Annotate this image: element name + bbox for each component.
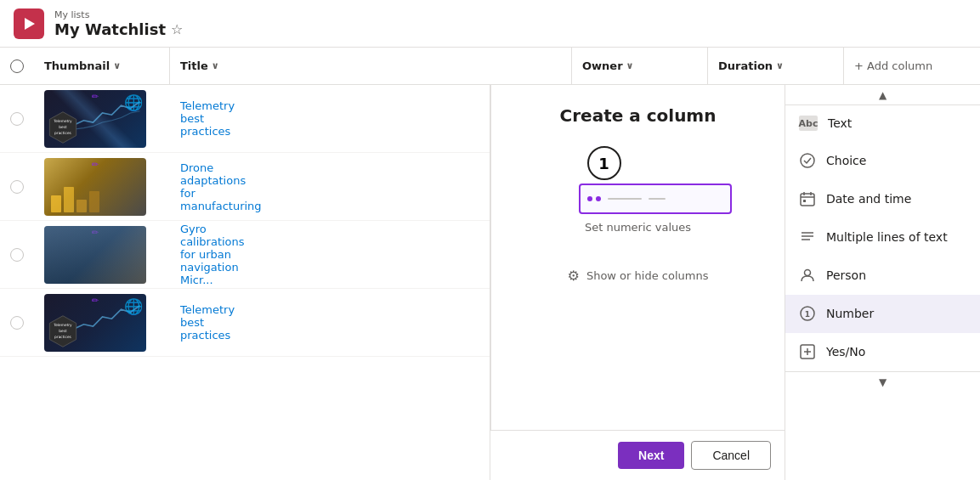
col-header-duration[interactable]: Duration ∨ (708, 48, 844, 84)
row-title-1[interactable]: Telemetry best practices (170, 99, 245, 138)
hex-overlay-1: Telemetry best practices (48, 110, 78, 144)
table-row: ✏ Telemetry best practices 🌐 (0, 85, 490, 153)
owner-sort-icon: ∨ (626, 60, 634, 71)
next-button[interactable]: Next (618, 442, 684, 469)
svg-text:practices: practices (54, 130, 72, 134)
column-type-datetime[interactable]: Date and time (785, 180, 980, 218)
number-input-visual (579, 184, 732, 214)
column-type-list: ▲ Abc Text Choice (785, 85, 980, 480)
table-row: ✏ Gyro calibrations for urban navigation… (0, 221, 490, 289)
row-checkbox-1[interactable] (0, 112, 34, 126)
scroll-down-icon: ▼ (879, 376, 887, 388)
main-content: Thumbnail ∨ Title ∨ Owner ∨ Duration ∨ +… (0, 48, 980, 480)
show-hide-columns-button[interactable]: ⚙ Show or hide columns (568, 268, 709, 284)
number-circle-preview: 1 (587, 146, 621, 180)
col-header-owner[interactable]: Owner ∨ (572, 48, 708, 84)
thumbnail-image-1: ✏ Telemetry best practices 🌐 (44, 90, 146, 148)
svg-point-18 (805, 270, 811, 276)
duration-sort-icon: ∨ (776, 60, 784, 71)
column-type-multiline[interactable]: Multiple lines of text (785, 218, 980, 257)
gear-icon: ⚙ (568, 268, 580, 284)
input-dash-2 (649, 198, 666, 200)
table-header: Thumbnail ∨ Title ∨ Owner ∨ Duration ∨ +… (0, 48, 980, 85)
app-main-title: My Watchlist (54, 20, 166, 38)
table-row: ✏ Telemetry best practices 🌐 Teleme (0, 289, 490, 357)
row-title-4[interactable]: Telemetry best practices (170, 303, 245, 342)
select-all-checkbox[interactable] (0, 59, 34, 73)
svg-text:1: 1 (805, 310, 810, 319)
person-type-icon (799, 267, 816, 284)
choice-type-icon (799, 152, 816, 169)
svg-point-9 (801, 154, 814, 167)
play-icon (20, 15, 37, 32)
svg-marker-0 (25, 18, 35, 30)
table-rows: ✏ Telemetry best practices 🌐 (0, 85, 490, 480)
create-column-title: Create a column (560, 105, 717, 126)
thumbnail-image-3: ✏ (44, 226, 146, 284)
app-logo (14, 8, 44, 39)
svg-text:practices: practices (54, 334, 72, 338)
column-type-choice[interactable]: Choice (785, 142, 980, 180)
row-checkbox-3[interactable] (0, 248, 34, 262)
number-type-icon: 1 (799, 305, 816, 322)
thumbnail-sort-icon: ∨ (113, 60, 121, 71)
input-dot-2 (596, 196, 601, 201)
column-type-text[interactable]: Abc Text (785, 105, 980, 142)
my-lists-label: My lists (54, 9, 183, 20)
thumbnail-image-2: ✏ (44, 158, 146, 216)
row-title-3[interactable]: Gyro calibrations for urban navigation M… (170, 223, 255, 286)
edit-indicator-2: ✏ (92, 160, 99, 169)
globe-icon-4: 🌐 (124, 297, 143, 315)
panel-footer: Next Cancel (490, 430, 785, 480)
row-thumbnail-3: ✏ (34, 219, 170, 291)
row-thumbnail-2: ✏ (34, 151, 170, 223)
hex-overlay-4: Telemetry best practices (48, 314, 78, 348)
cancel-button[interactable]: Cancel (691, 441, 771, 470)
add-column-button[interactable]: + Add column (844, 48, 980, 84)
yesno-type-icon (799, 343, 816, 360)
svg-text:best: best (59, 328, 67, 332)
input-dot-line (587, 196, 601, 201)
numeric-visual: 1 Se (553, 146, 723, 234)
input-dash (608, 198, 642, 200)
favorite-icon[interactable]: ☆ (171, 21, 183, 37)
app-header: My lists My Watchlist ☆ (0, 0, 980, 48)
col-header-thumbnail[interactable]: Thumbnail ∨ (34, 48, 170, 84)
row-thumbnail-4: ✏ Telemetry best practices 🌐 (34, 287, 170, 359)
scroll-down-button[interactable]: ▼ (785, 371, 980, 392)
globe-icon-1: 🌐 (124, 93, 143, 111)
svg-text:best: best (59, 124, 67, 128)
set-numeric-label: Set numeric values (585, 221, 691, 234)
column-type-number[interactable]: 1 Number (785, 295, 980, 333)
col-header-title[interactable]: Title ∨ (170, 48, 572, 84)
text-type-icon: Abc (799, 116, 818, 131)
title-sort-icon: ∨ (212, 60, 219, 71)
datetime-type-icon (799, 190, 816, 207)
row-checkbox-4[interactable] (0, 316, 34, 330)
create-column-area: Create a column 1 (490, 85, 980, 480)
row-thumbnail-1: ✏ Telemetry best practices 🌐 (34, 85, 170, 155)
create-column-panel: Create a column 1 (490, 85, 785, 480)
svg-rect-10 (801, 194, 814, 206)
input-dot-1 (587, 196, 592, 201)
svg-text:Telemetry: Telemetry (53, 118, 72, 122)
column-type-yesno[interactable]: Yes/No (785, 333, 980, 371)
thumbnail-image-4: ✏ Telemetry best practices 🌐 (44, 294, 146, 352)
column-type-person[interactable]: Person (785, 257, 980, 295)
scroll-up-button[interactable]: ▲ (785, 85, 980, 105)
table-row: ✏ Drone adaptations for manufacturing (0, 153, 490, 221)
svg-text:Telemetry: Telemetry (53, 322, 72, 326)
app-title-row: My Watchlist ☆ (54, 20, 183, 38)
scroll-up-icon: ▲ (879, 89, 887, 101)
header-circle (10, 59, 24, 73)
row-checkbox-2[interactable] (0, 180, 34, 194)
svg-rect-14 (803, 200, 806, 202)
row-title-2[interactable]: Drone adaptations for manufacturing (170, 161, 272, 212)
app-title-group: My lists My Watchlist ☆ (54, 9, 183, 38)
multiline-type-icon (799, 229, 816, 246)
